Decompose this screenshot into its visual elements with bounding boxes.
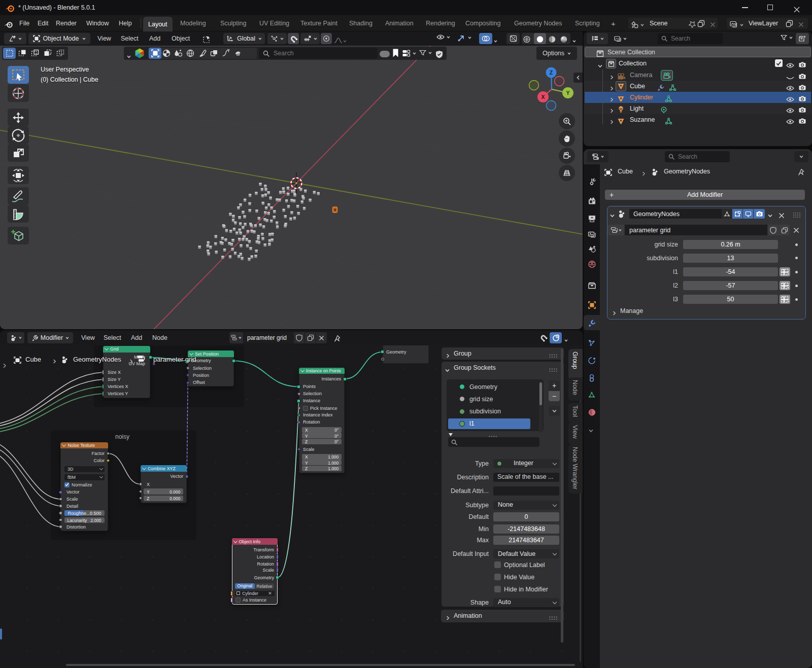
- svg-text:Z: Z: [550, 69, 553, 76]
- svg-text:Y: Y: [566, 90, 569, 96]
- svg-text:X: X: [541, 94, 545, 100]
